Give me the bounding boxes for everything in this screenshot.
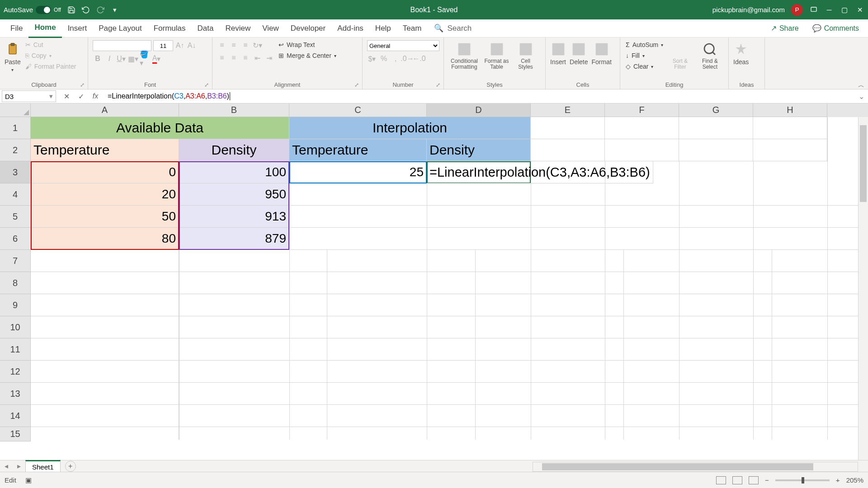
- copy-button[interactable]: ⎘Copy▾: [24, 51, 77, 60]
- cell-g1[interactable]: [679, 117, 753, 139]
- sheet-nav-prev[interactable]: ◂: [0, 462, 13, 470]
- col-header-g[interactable]: G: [679, 103, 753, 117]
- font-dialog-launcher[interactable]: ⤢: [204, 82, 210, 87]
- formula-bar-expand-icon[interactable]: ⌄: [855, 92, 868, 101]
- number-format-select[interactable]: General: [367, 40, 439, 51]
- autosum-button[interactable]: ΣAutoSum▾: [625, 40, 664, 49]
- clipboard-dialog-launcher[interactable]: ⤢: [80, 82, 85, 87]
- cut-button[interactable]: ✂Cut: [24, 40, 77, 49]
- zoom-slider[interactable]: [775, 479, 830, 481]
- row-header-2[interactable]: 2: [0, 139, 31, 161]
- zoom-level[interactable]: 205%: [846, 476, 863, 484]
- select-all-corner[interactable]: [0, 103, 31, 117]
- tab-developer[interactable]: Developer: [285, 19, 332, 38]
- row-header-9[interactable]: 9: [0, 294, 31, 316]
- cell-b5[interactable]: 913: [179, 206, 289, 228]
- undo-icon[interactable]: [82, 6, 90, 14]
- fill-button[interactable]: ↓Fill▾: [625, 51, 664, 60]
- row-header-13[interactable]: 13: [0, 383, 31, 405]
- fx-icon[interactable]: fx: [90, 91, 100, 101]
- zoom-in-icon[interactable]: +: [836, 476, 840, 484]
- tab-team[interactable]: Team: [397, 19, 428, 38]
- worksheet-grid[interactable]: 1 2 3 4 5 6 7 8 9 10 11 12 13 14 15 A B …: [0, 103, 868, 472]
- border-icon[interactable]: ▦▾: [128, 54, 138, 64]
- tab-help[interactable]: Help: [369, 19, 397, 38]
- wrap-text-button[interactable]: ↩Wrap Text: [278, 40, 337, 49]
- minimize-icon[interactable]: ─: [825, 5, 834, 14]
- number-dialog-launcher[interactable]: ⤢: [436, 82, 441, 87]
- maximize-icon[interactable]: ▢: [840, 5, 849, 14]
- cell-a1[interactable]: Available Data: [31, 117, 289, 139]
- fill-color-icon[interactable]: 🪣▾: [140, 54, 150, 64]
- empty-grid-area[interactable]: [31, 250, 858, 440]
- format-painter-button[interactable]: 🖌Format Painter: [24, 62, 77, 71]
- align-left-icon[interactable]: ≡: [217, 53, 227, 63]
- find-select-button[interactable]: Find & Select: [696, 40, 724, 70]
- cell-a2[interactable]: Temperature: [31, 139, 179, 161]
- row-header-15[interactable]: 15: [0, 427, 31, 441]
- formula-input[interactable]: =LinearInterpolation(C3,A3:A6,B3:B6): [104, 92, 855, 101]
- decrease-indent-icon[interactable]: ⇤: [252, 53, 262, 63]
- font-color-icon[interactable]: A▾: [151, 54, 161, 64]
- row-header-7[interactable]: 7: [0, 250, 31, 272]
- font-size-select[interactable]: [153, 40, 173, 51]
- conditional-formatting-button[interactable]: Conditional Formatting: [448, 40, 480, 70]
- orientation-icon[interactable]: ↻▾: [252, 40, 262, 50]
- tell-me-search[interactable]: 🔍 Search: [434, 23, 472, 33]
- vscroll-thumb[interactable]: [860, 125, 867, 202]
- redo-icon[interactable]: [96, 6, 104, 14]
- collapse-ribbon-icon[interactable]: ︿: [858, 81, 864, 89]
- row-header-8[interactable]: 8: [0, 272, 31, 294]
- row-header-10[interactable]: 10: [0, 316, 31, 338]
- zoom-out-icon[interactable]: −: [765, 476, 769, 484]
- italic-icon[interactable]: I: [104, 54, 114, 64]
- cell-a6[interactable]: 80: [31, 228, 179, 250]
- cell-f1[interactable]: [605, 117, 679, 139]
- cell-e1[interactable]: [531, 117, 605, 139]
- alignment-dialog-launcher[interactable]: ⤢: [354, 82, 360, 87]
- col-header-c[interactable]: C: [289, 103, 427, 117]
- merge-center-button[interactable]: ⊞Merge & Center▾: [278, 51, 337, 60]
- format-cells-button[interactable]: Format: [591, 40, 611, 66]
- cell-b2[interactable]: Density: [179, 139, 289, 161]
- align-right-icon[interactable]: ≡: [241, 53, 250, 63]
- cell-a5[interactable]: 50: [31, 206, 179, 228]
- percent-icon[interactable]: %: [379, 54, 389, 64]
- qat-dropdown-icon[interactable]: ▾: [111, 6, 119, 14]
- tab-view[interactable]: View: [256, 19, 285, 38]
- vertical-scrollbar[interactable]: [858, 117, 868, 461]
- underline-icon[interactable]: U▾: [116, 54, 126, 64]
- align-middle-icon[interactable]: ≡: [229, 40, 239, 50]
- row-header-4[interactable]: 4: [0, 183, 31, 206]
- row-header-12[interactable]: 12: [0, 361, 31, 383]
- decrease-font-icon[interactable]: A↓: [187, 41, 197, 51]
- decrease-decimal-icon[interactable]: ←.0: [414, 54, 424, 64]
- autosave-switch-icon[interactable]: [36, 6, 51, 14]
- cell-h2[interactable]: [753, 139, 827, 161]
- cell-c1[interactable]: Interpolation: [289, 117, 531, 139]
- clear-button[interactable]: ◇Clear▾: [625, 62, 664, 71]
- horizontal-scrollbar[interactable]: [533, 462, 858, 472]
- col-header-b[interactable]: B: [179, 103, 289, 117]
- empty-grid-area-2[interactable]: [289, 183, 859, 250]
- sort-filter-button[interactable]: Sort & Filter: [668, 40, 692, 70]
- cell-b3[interactable]: 100: [179, 161, 289, 183]
- name-box[interactable]: D3▾: [2, 90, 56, 102]
- row-header-5[interactable]: 5: [0, 206, 31, 228]
- bold-icon[interactable]: B: [93, 54, 103, 64]
- font-name-select[interactable]: [93, 40, 151, 51]
- align-top-icon[interactable]: ≡: [217, 40, 227, 50]
- align-center-icon[interactable]: ≡: [229, 53, 239, 63]
- macro-record-icon[interactable]: ▣: [25, 476, 32, 484]
- share-button[interactable]: ↗ Share: [766, 21, 803, 35]
- zoom-thumb[interactable]: [802, 477, 804, 483]
- tab-formulas[interactable]: Formulas: [148, 19, 192, 38]
- sheet-nav-next[interactable]: ▸: [13, 462, 25, 470]
- format-table-button[interactable]: Format as Table: [482, 40, 511, 70]
- close-icon[interactable]: ✕: [855, 5, 864, 14]
- view-normal-icon[interactable]: [716, 476, 726, 484]
- row-header-3[interactable]: 3: [0, 161, 31, 183]
- paste-button[interactable]: Paste ▾: [5, 40, 21, 72]
- tab-home[interactable]: Home: [28, 19, 61, 38]
- col-header-d[interactable]: D: [427, 103, 531, 117]
